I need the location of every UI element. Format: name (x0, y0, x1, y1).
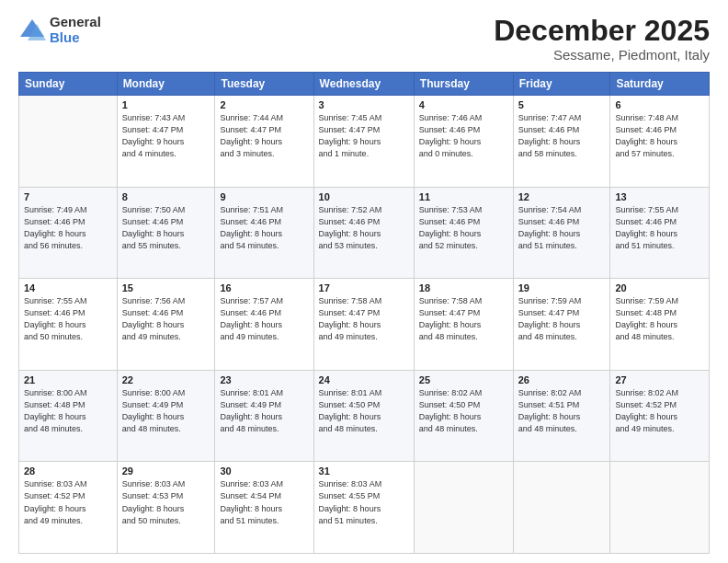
calendar-cell: 12Sunrise: 7:54 AM Sunset: 4:46 PM Dayli… (513, 187, 610, 279)
day-info: Sunrise: 8:00 AM Sunset: 4:49 PM Dayligh… (122, 387, 210, 435)
calendar-cell: 19Sunrise: 7:59 AM Sunset: 4:47 PM Dayli… (513, 279, 610, 371)
day-info: Sunrise: 8:03 AM Sunset: 4:55 PM Dayligh… (319, 478, 409, 526)
calendar-cell: 15Sunrise: 7:56 AM Sunset: 4:46 PM Dayli… (117, 279, 215, 371)
day-info: Sunrise: 7:47 AM Sunset: 4:46 PM Dayligh… (518, 112, 606, 160)
day-info: Sunrise: 7:49 AM Sunset: 4:46 PM Dayligh… (24, 204, 112, 252)
calendar-cell: 8Sunrise: 7:50 AM Sunset: 4:46 PM Daylig… (117, 187, 215, 279)
col-monday: Monday (117, 73, 215, 96)
day-number: 7 (24, 191, 112, 202)
calendar-cell: 31Sunrise: 8:03 AM Sunset: 4:55 PM Dayli… (313, 462, 414, 554)
calendar-cell: 25Sunrise: 8:02 AM Sunset: 4:50 PM Dayli… (414, 370, 513, 462)
day-info: Sunrise: 7:43 AM Sunset: 4:47 PM Dayligh… (122, 112, 210, 160)
day-info: Sunrise: 7:58 AM Sunset: 4:47 PM Dayligh… (419, 295, 508, 343)
day-number: 3 (319, 99, 409, 110)
calendar-week-1: 1Sunrise: 7:43 AM Sunset: 4:47 PM Daylig… (19, 96, 710, 188)
calendar-week-4: 21Sunrise: 8:00 AM Sunset: 4:48 PM Dayli… (19, 370, 710, 462)
calendar-header-row: Sunday Monday Tuesday Wednesday Thursday… (19, 73, 710, 96)
day-number: 27 (615, 374, 704, 385)
day-number: 23 (220, 374, 308, 385)
day-number: 6 (615, 99, 704, 110)
day-number: 13 (615, 191, 704, 202)
calendar-cell: 17Sunrise: 7:58 AM Sunset: 4:47 PM Dayli… (313, 279, 414, 371)
day-info: Sunrise: 7:48 AM Sunset: 4:46 PM Dayligh… (615, 112, 704, 160)
day-info: Sunrise: 8:01 AM Sunset: 4:50 PM Dayligh… (319, 387, 409, 435)
day-info: Sunrise: 7:55 AM Sunset: 4:46 PM Dayligh… (24, 295, 112, 343)
title-block: December 2025 Sessame, Piedmont, Italy (494, 15, 710, 63)
calendar-cell: 21Sunrise: 8:00 AM Sunset: 4:48 PM Dayli… (19, 370, 118, 462)
day-info: Sunrise: 8:02 AM Sunset: 4:52 PM Dayligh… (615, 387, 704, 435)
day-info: Sunrise: 8:00 AM Sunset: 4:48 PM Dayligh… (24, 387, 112, 435)
col-tuesday: Tuesday (215, 73, 313, 96)
day-info: Sunrise: 8:02 AM Sunset: 4:50 PM Dayligh… (419, 387, 508, 435)
day-info: Sunrise: 8:03 AM Sunset: 4:53 PM Dayligh… (122, 478, 210, 526)
col-thursday: Thursday (414, 73, 513, 96)
calendar-week-3: 14Sunrise: 7:55 AM Sunset: 4:46 PM Dayli… (19, 279, 710, 371)
logo-icon (18, 17, 46, 44)
logo: General Blue (18, 15, 101, 45)
day-info: Sunrise: 8:01 AM Sunset: 4:49 PM Dayligh… (220, 387, 308, 435)
col-wednesday: Wednesday (313, 73, 414, 96)
day-number: 24 (319, 374, 409, 385)
day-info: Sunrise: 7:53 AM Sunset: 4:46 PM Dayligh… (419, 204, 508, 252)
subtitle: Sessame, Piedmont, Italy (494, 47, 710, 63)
calendar-cell: 5Sunrise: 7:47 AM Sunset: 4:46 PM Daylig… (513, 96, 610, 188)
day-number: 25 (419, 374, 508, 385)
calendar-cell: 3Sunrise: 7:45 AM Sunset: 4:47 PM Daylig… (313, 96, 414, 188)
calendar-cell: 22Sunrise: 8:00 AM Sunset: 4:49 PM Dayli… (117, 370, 215, 462)
calendar-cell: 4Sunrise: 7:46 AM Sunset: 4:46 PM Daylig… (414, 96, 513, 188)
calendar-cell: 18Sunrise: 7:58 AM Sunset: 4:47 PM Dayli… (414, 279, 513, 371)
day-number: 19 (518, 282, 606, 293)
logo-text: General Blue (50, 15, 101, 45)
col-sunday: Sunday (19, 73, 118, 96)
day-number: 29 (122, 465, 210, 477)
day-number: 26 (518, 374, 606, 385)
calendar-cell: 24Sunrise: 8:01 AM Sunset: 4:50 PM Dayli… (313, 370, 414, 462)
calendar-cell: 2Sunrise: 7:44 AM Sunset: 4:47 PM Daylig… (215, 96, 313, 188)
day-info: Sunrise: 8:02 AM Sunset: 4:51 PM Dayligh… (518, 387, 606, 435)
day-number: 17 (319, 282, 409, 293)
day-number: 30 (220, 465, 308, 477)
day-info: Sunrise: 8:03 AM Sunset: 4:54 PM Dayligh… (220, 478, 308, 526)
day-number: 15 (122, 282, 210, 293)
day-number: 14 (24, 282, 112, 293)
calendar-cell: 7Sunrise: 7:49 AM Sunset: 4:46 PM Daylig… (19, 187, 118, 279)
col-friday: Friday (513, 73, 610, 96)
day-number: 20 (615, 282, 704, 293)
day-info: Sunrise: 7:44 AM Sunset: 4:47 PM Dayligh… (220, 112, 308, 160)
day-number: 11 (419, 191, 508, 202)
calendar-cell: 9Sunrise: 7:51 AM Sunset: 4:46 PM Daylig… (215, 187, 313, 279)
calendar-cell: 28Sunrise: 8:03 AM Sunset: 4:52 PM Dayli… (19, 462, 118, 554)
main-title: December 2025 (494, 15, 710, 47)
day-info: Sunrise: 7:59 AM Sunset: 4:47 PM Dayligh… (518, 295, 606, 343)
calendar-cell: 1Sunrise: 7:43 AM Sunset: 4:47 PM Daylig… (117, 96, 215, 188)
calendar-cell (19, 96, 118, 188)
calendar-week-5: 28Sunrise: 8:03 AM Sunset: 4:52 PM Dayli… (19, 462, 710, 554)
day-info: Sunrise: 7:55 AM Sunset: 4:46 PM Dayligh… (615, 204, 704, 252)
day-info: Sunrise: 7:56 AM Sunset: 4:46 PM Dayligh… (122, 295, 210, 343)
calendar-cell (513, 462, 610, 554)
day-info: Sunrise: 7:59 AM Sunset: 4:48 PM Dayligh… (615, 295, 704, 343)
day-number: 5 (518, 99, 606, 110)
calendar-cell: 23Sunrise: 8:01 AM Sunset: 4:49 PM Dayli… (215, 370, 313, 462)
calendar-cell: 30Sunrise: 8:03 AM Sunset: 4:54 PM Dayli… (215, 462, 313, 554)
day-number: 16 (220, 282, 308, 293)
day-number: 10 (319, 191, 409, 202)
day-info: Sunrise: 7:54 AM Sunset: 4:46 PM Dayligh… (518, 204, 606, 252)
day-number: 1 (122, 99, 210, 110)
calendar-cell: 11Sunrise: 7:53 AM Sunset: 4:46 PM Dayli… (414, 187, 513, 279)
day-number: 22 (122, 374, 210, 385)
calendar-cell: 10Sunrise: 7:52 AM Sunset: 4:46 PM Dayli… (313, 187, 414, 279)
calendar-cell: 26Sunrise: 8:02 AM Sunset: 4:51 PM Dayli… (513, 370, 610, 462)
calendar-cell: 27Sunrise: 8:02 AM Sunset: 4:52 PM Dayli… (610, 370, 710, 462)
page: General Blue December 2025 Sessame, Pied… (0, 0, 728, 563)
day-number: 21 (24, 374, 112, 385)
day-number: 9 (220, 191, 308, 202)
day-info: Sunrise: 7:46 AM Sunset: 4:46 PM Dayligh… (419, 112, 508, 160)
calendar-cell: 16Sunrise: 7:57 AM Sunset: 4:46 PM Dayli… (215, 279, 313, 371)
day-number: 8 (122, 191, 210, 202)
calendar-cell: 20Sunrise: 7:59 AM Sunset: 4:48 PM Dayli… (610, 279, 710, 371)
calendar-cell: 29Sunrise: 8:03 AM Sunset: 4:53 PM Dayli… (117, 462, 215, 554)
header: General Blue December 2025 Sessame, Pied… (18, 15, 710, 63)
day-info: Sunrise: 7:57 AM Sunset: 4:46 PM Dayligh… (220, 295, 308, 343)
logo-blue-label: Blue (50, 30, 101, 46)
